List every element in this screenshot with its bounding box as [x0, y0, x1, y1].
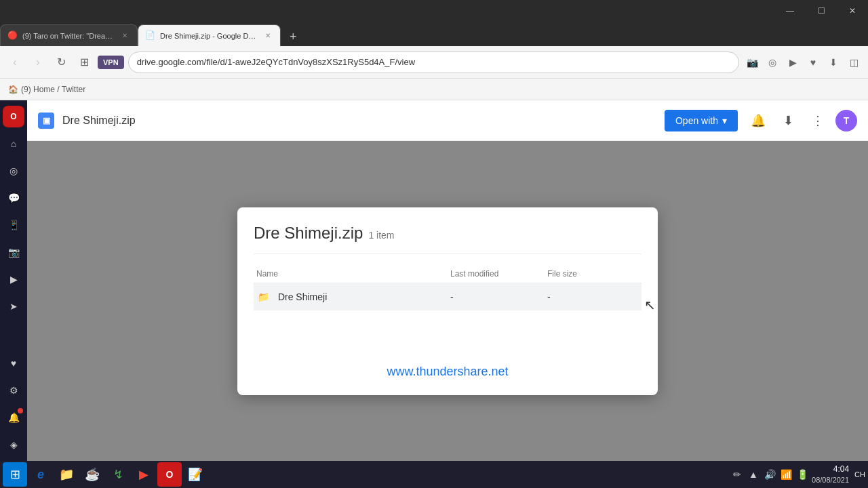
zip-name: Dre Shimeji.zip	[254, 224, 363, 243]
taskbar-clock: 4:04 08/08/2021	[812, 464, 849, 485]
player-sidebar-icon[interactable]: ▶	[3, 268, 24, 290]
download-bar-icon[interactable]: ⬇	[825, 54, 842, 71]
tab-0-label: (9) Taro on Twitter: "Drea…	[22, 32, 113, 40]
title-bar: — ☐ ✕	[0, 0, 868, 22]
media-taskbar-icon[interactable]: ▶	[132, 462, 156, 487]
messenger-icon[interactable]: 💬	[3, 187, 24, 209]
address-input[interactable]	[128, 52, 739, 73]
news-icon[interactable]: ◎	[3, 160, 24, 182]
address-bar-icons: 📷 ◎ ▶ ♥ ⬇ ◫	[743, 54, 863, 71]
wallet-icon[interactable]: ◫	[845, 54, 863, 71]
thundershare-link[interactable]: www.thundershare.net	[387, 365, 508, 378]
clock-date: 08/08/2021	[812, 475, 849, 485]
gdrive-actions: 🔔 ⬇ ⋮ T	[746, 108, 857, 133]
file-size-cell: -	[545, 283, 642, 310]
tab-0-favicon: 🔴	[7, 30, 18, 41]
snapshot-icon[interactable]: ◎	[764, 54, 781, 71]
opera-taskbar-icon[interactable]: O	[157, 462, 182, 487]
new-tab-button[interactable]: +	[283, 27, 302, 46]
tab-bar: 🔴 (9) Taro on Twitter: "Drea… ✕ 📄 Dre Sh…	[0, 22, 868, 46]
home-icon[interactable]: ⌂	[3, 133, 24, 155]
explorer-taskbar-icon[interactable]: 📁	[54, 462, 79, 487]
vpn-button[interactable]: VPN	[98, 56, 124, 69]
settings-sidebar-icon[interactable]: ⚙	[3, 380, 24, 401]
col-name-header: Name	[254, 265, 448, 283]
address-bar: ‹ › ↻ ⊞ VPN 📷 ◎ ▶ ♥ ⬇ ◫	[0, 46, 868, 79]
breadcrumb: 🏠 (9) Home / Twitter	[0, 79, 868, 100]
tray-battery-icon[interactable]: 🔋	[795, 468, 809, 481]
screenshot-icon[interactable]: 📷	[743, 54, 761, 71]
tray-signal-icon[interactable]: 📶	[779, 468, 793, 481]
file-name-cell: 📁 Dre Shimeji	[254, 283, 448, 310]
start-button[interactable]: ⊞	[3, 462, 27, 487]
flow-icon[interactable]: ➤	[3, 296, 24, 317]
opera-logo[interactable]: O	[3, 106, 24, 127]
maximize-button[interactable]: ☐	[806, 0, 837, 22]
open-with-button[interactable]: Open with ▾	[665, 110, 738, 131]
clock-time: 4:04	[812, 464, 849, 475]
back-button[interactable]: ‹	[5, 53, 24, 72]
notes-taskbar-icon[interactable]: 📝	[183, 462, 208, 487]
tab-1[interactable]: 📄 Dre Shimeji.zip - Google D… ✕	[138, 24, 281, 46]
whatsapp-icon[interactable]: 📱	[3, 214, 24, 236]
gdrive-download-icon[interactable]: ⬇	[776, 108, 800, 133]
download-taskbar-icon[interactable]: ↯	[106, 462, 130, 487]
col-modified-header: Last modified	[448, 265, 545, 283]
minimize-button[interactable]: —	[774, 0, 806, 22]
extensions-sidebar-icon[interactable]: ◈	[3, 434, 24, 455]
instagram-icon[interactable]: 📷	[3, 241, 24, 263]
drive-area: ▣ Dre Shimeji.zip Open with ▾ 🔔 ⬇ ⋮ T Dr…	[27, 100, 868, 461]
breadcrumb-path: (9) Home / Twitter	[21, 85, 85, 94]
notifications-sidebar-icon[interactable]: 🔔	[3, 407, 24, 428]
bookmark-icon[interactable]: ♥	[804, 54, 822, 71]
taskbar-tray: ✏ ▲ 🔊 📶 🔋 4:04 08/08/2021 CH	[730, 464, 865, 485]
taskbar-lang: CH	[854, 470, 865, 479]
java-taskbar-icon[interactable]: ☕	[80, 462, 104, 487]
ie-taskbar-icon[interactable]: e	[28, 462, 53, 487]
table-row[interactable]: 📁 Dre Shimeji - -	[254, 283, 642, 310]
tabs-button[interactable]: ⊞	[75, 53, 94, 72]
tab-1-label: Dre Shimeji.zip - Google D…	[160, 32, 256, 40]
zip-panel: Dre Shimeji.zip 1 item Name Last modifie…	[237, 207, 658, 395]
zip-filename: Dre Shimeji.zip 1 item	[254, 224, 642, 243]
tab-1-favicon: 📄	[145, 30, 156, 41]
file-modified-cell: -	[448, 283, 545, 310]
tray-up-icon[interactable]: ▲	[747, 468, 760, 481]
tray-volume-icon[interactable]: 🔊	[763, 468, 776, 481]
gdrive-more-icon[interactable]: ⋮	[806, 108, 830, 133]
open-with-arrow-icon: ▾	[722, 115, 727, 126]
col-size-header: File size	[545, 265, 642, 283]
open-with-label: Open with	[675, 115, 718, 126]
close-button[interactable]: ✕	[837, 0, 868, 22]
file-name: Dre Shimeji	[278, 291, 327, 302]
tab-0-close[interactable]: ✕	[119, 30, 130, 41]
refresh-button[interactable]: ↻	[52, 53, 71, 72]
tab-1-close[interactable]: ✕	[262, 30, 273, 41]
gdrive-notification-icon[interactable]: 🔔	[746, 108, 770, 133]
gdrive-header: ▣ Dre Shimeji.zip Open with ▾ 🔔 ⬇ ⋮ T	[27, 100, 868, 141]
zip-header: Dre Shimeji.zip 1 item	[254, 224, 642, 254]
zip-item-count: 1 item	[368, 230, 394, 241]
tray-pen-icon[interactable]: ✏	[730, 468, 744, 481]
gdrive-logo: ▣	[38, 113, 54, 129]
folder-icon: 📁	[256, 290, 270, 304]
avatar[interactable]: T	[835, 110, 857, 131]
forward-button[interactable]: ›	[28, 53, 47, 72]
zip-table-header: Name Last modified File size	[254, 265, 642, 283]
gdrive-filename: Dre Shimeji.zip	[62, 115, 136, 127]
main-area: O ⌂ ◎ 💬 📱 📷 ▶ ➤ ♥ ⚙ 🔔 ◈ ▣ Dre Shimeji.zi…	[0, 100, 868, 461]
bookmarks-sidebar-icon[interactable]: ♥	[3, 352, 24, 374]
sidebar: O ⌂ ◎ 💬 📱 📷 ▶ ➤ ♥ ⚙ 🔔 ◈	[0, 100, 27, 461]
taskbar: ⊞ e 📁 ☕ ↯ ▶ O 📝 ✏ ▲ 🔊 📶 🔋 4:04 08/08/202…	[0, 461, 868, 488]
player-icon[interactable]: ▶	[784, 54, 802, 71]
tab-0[interactable]: 🔴 (9) Taro on Twitter: "Drea… ✕	[0, 24, 138, 46]
breadcrumb-home-icon: 🏠	[8, 85, 18, 94]
zip-table: Name Last modified File size 📁 Dre Shime…	[254, 265, 642, 310]
